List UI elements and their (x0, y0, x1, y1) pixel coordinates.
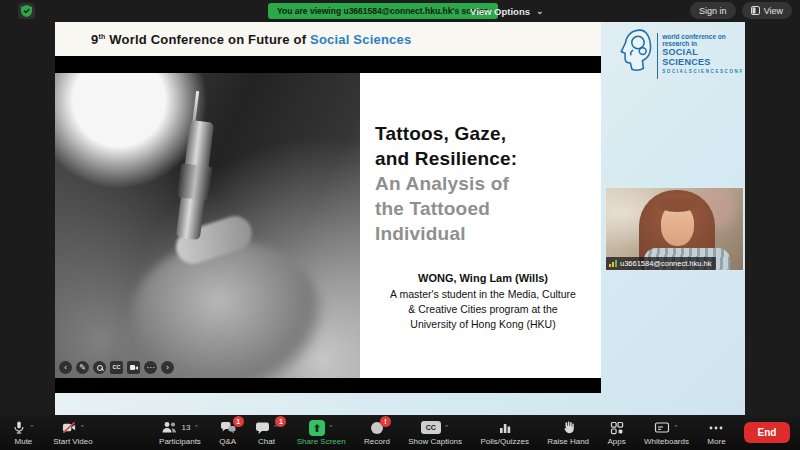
chat-button[interactable]: 1 ⌃ Chat (255, 415, 279, 450)
machine-coil-shape (177, 163, 213, 201)
chevron-up-icon[interactable]: ⌃ (29, 424, 35, 431)
presentation-slide: ‹ ✎ CC ⋯ › Tattoos, Gaze, and Resilience… (55, 56, 601, 393)
whiteboards-button[interactable]: ⌃ Whiteboards (644, 415, 689, 450)
sign-in-button[interactable]: Sign in (690, 2, 736, 19)
chevron-up-icon[interactable]: ⌃ (193, 424, 199, 431)
slide-letterbox-top (55, 56, 601, 73)
hand-shape (133, 241, 323, 378)
slide-title-line: Tattoos, Gaze, (375, 121, 591, 146)
viewing-banner: You are viewing u3661584@connect.hku.hk'… (268, 3, 498, 19)
chat-badge: 1 (275, 416, 286, 427)
record-alert-badge: ! (380, 416, 391, 427)
chevron-up-icon[interactable]: ⌃ (80, 424, 86, 431)
chat-bubble-icon (255, 420, 270, 435)
raise-hand-icon (561, 420, 575, 435)
logo-line1: world conference on (662, 33, 745, 40)
view-layout-icon (751, 6, 760, 15)
presenter-info: WONG, Wing Lam (Wills) A master's studen… (375, 272, 591, 332)
raise-hand-button[interactable]: Raise Hand (547, 415, 589, 450)
record-button[interactable]: ! Record (364, 415, 390, 450)
view-button[interactable]: View (742, 2, 792, 19)
view-options-button[interactable]: View Options ⌄ (470, 3, 544, 19)
chevron-down-icon: ⌄ (536, 6, 544, 16)
show-captions-button[interactable]: CC ⌃ Show Captions (408, 415, 462, 450)
slide-letterbox-bottom (55, 378, 601, 393)
camera-icon[interactable] (127, 361, 140, 374)
slide-player-controls: ‹ ✎ CC ⋯ › (59, 361, 174, 374)
zoom-meeting-window: You are viewing u3661584@connect.hku.hk'… (0, 0, 800, 450)
share-screen-icon (309, 420, 325, 436)
conference-header: 9th World Conference on Future of Social… (55, 22, 601, 56)
conference-logo: world conference on research in SOCIAL S… (617, 27, 745, 79)
presenter-line: A master's student in the Media, Culture (375, 287, 591, 302)
slide-title-line: An Analysis of (375, 171, 591, 196)
presenter-name: WONG, Wing Lam (Wills) (375, 272, 591, 284)
viewing-banner-text: You are viewing u3661584@connect.hku.hk'… (277, 6, 489, 16)
connection-bars-icon (609, 260, 617, 267)
meeting-toolbar: ⌃ Mute ⌃ Start Video 13 ⌃ Participants 1 (0, 415, 800, 450)
participant-video-thumbnail[interactable]: u3661584@connect.hku.hk (605, 187, 744, 271)
mute-button[interactable]: ⌃ Mute (12, 415, 35, 450)
participant-name: u3661584@connect.hku.hk (620, 259, 711, 268)
security-shield-icon[interactable] (18, 3, 35, 19)
camera-off-icon (61, 420, 77, 435)
chevron-up-icon[interactable]: ⌃ (673, 424, 679, 431)
slide-text-panel: Tattoos, Gaze, and Resilience: An Analys… (360, 73, 601, 378)
qa-button[interactable]: 1 Q&A (219, 415, 236, 450)
whiteboard-icon (654, 421, 670, 435)
logo-head-icon (617, 27, 653, 79)
more-options-icon[interactable]: ⋯ (144, 361, 157, 374)
apps-grid-icon (610, 421, 624, 435)
microphone-icon (12, 420, 26, 435)
participants-icon (161, 420, 178, 435)
chevron-up-icon[interactable]: ⌃ (328, 424, 334, 431)
logo-line4: SOCIALSCIENCESCONF (662, 69, 745, 74)
magnifier-icon[interactable] (93, 361, 106, 374)
view-button-label: View (764, 6, 783, 16)
closed-captions-icon: CC (421, 421, 441, 434)
conference-title: 9th World Conference on Future of Social… (91, 32, 411, 47)
presenter-line: University of Hong Kong (HKU) (375, 317, 591, 332)
more-button[interactable]: More (707, 415, 725, 450)
participants-button[interactable]: 13 ⌃ Participants (159, 415, 201, 450)
participant-bangs (658, 198, 697, 212)
share-screen-button[interactable]: ⌃ Share Screen (297, 415, 346, 450)
participants-count: 13 (182, 423, 191, 432)
captions-icon[interactable]: CC (110, 361, 123, 374)
end-meeting-button[interactable]: End (744, 422, 790, 443)
tattoo-machine-photo: ‹ ✎ CC ⋯ › (55, 73, 360, 378)
poll-chart-icon (498, 421, 512, 435)
logo-line2: research in (662, 40, 745, 47)
slide-title-line: and Resilience: (375, 146, 591, 171)
view-options-label: View Options (470, 6, 530, 17)
logo-text: world conference on research in SOCIAL S… (657, 33, 745, 79)
polls-quizzes-button[interactable]: Polls/Quizzes (480, 415, 528, 450)
next-slide-icon[interactable]: › (161, 361, 174, 374)
participant-name-tag: u3661584@connect.hku.hk (606, 257, 716, 270)
conference-title-highlight: Social Sciences (310, 32, 411, 47)
apps-button[interactable]: Apps (607, 415, 625, 450)
start-video-button[interactable]: ⌃ Start Video (53, 415, 92, 450)
previous-slide-icon[interactable]: ‹ (59, 361, 72, 374)
top-bar: You are viewing u3661584@connect.hku.hk'… (0, 0, 800, 22)
chevron-up-icon[interactable]: ⌃ (444, 424, 450, 431)
presenter-line: & Creative Cities program at the (375, 302, 591, 317)
more-dots-icon (708, 421, 724, 435)
pen-icon[interactable]: ✎ (76, 361, 89, 374)
conference-title-rest: World Conference on Future of (105, 32, 310, 47)
top-right-buttons: Sign in View (690, 2, 792, 19)
qa-badge: 1 (233, 416, 244, 427)
slide-title-line: Individual (375, 221, 591, 246)
slide-title-line: the Tattooed (375, 196, 591, 221)
logo-line3: SOCIAL SCIENCES (662, 47, 745, 67)
